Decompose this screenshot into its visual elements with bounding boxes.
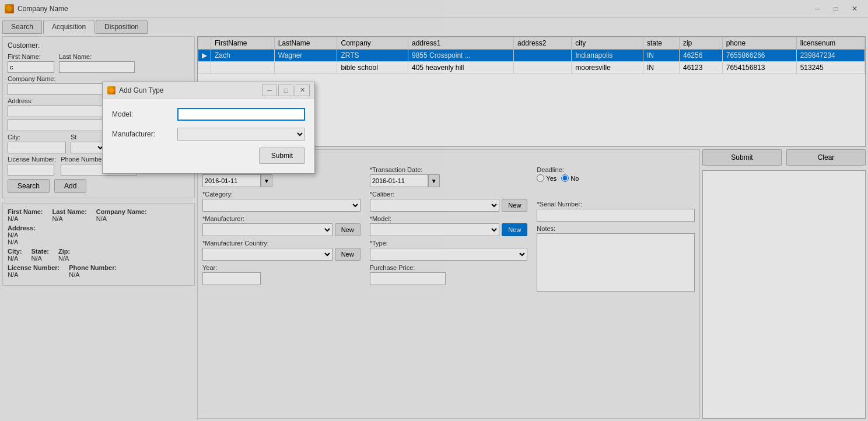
cell-address1: 405 heavenly hill [408, 62, 514, 74]
new-model-btn[interactable]: New [502, 223, 527, 236]
info-zip-label: Zip: [58, 248, 70, 255]
city-label: City: [8, 134, 66, 141]
col-address2: address2 [514, 37, 572, 50]
tab-acquisition[interactable]: Acquisition [43, 20, 94, 34]
modal-title: Add Gun Type [119, 86, 164, 94]
city-input[interactable] [8, 142, 66, 153]
notes-textarea[interactable] [537, 233, 695, 292]
col-firstname: FirstName [211, 37, 275, 50]
manufacturer-country-select[interactable] [202, 248, 332, 261]
state-field: St IN IL [71, 134, 106, 153]
cell-zip: 46123 [679, 62, 722, 74]
license-field: License Number: [8, 156, 56, 176]
info-city-label: City: [8, 248, 22, 255]
col-state: state [643, 37, 679, 50]
serial-number-input[interactable] [537, 209, 695, 222]
info-address1-value: N/A [8, 231, 190, 238]
modal-model-row: Model: [112, 108, 305, 121]
license-input[interactable] [8, 164, 54, 176]
search-button[interactable]: Search [8, 179, 50, 193]
deadline-radio-group: Yes No [537, 174, 695, 182]
info-address2-value: N/A [8, 238, 190, 245]
info-city: City: N/A [8, 248, 22, 262]
manufacturer-country-label: *Manufacturer Country: [202, 240, 360, 247]
cell-phone: 7654156813 [722, 62, 796, 74]
action-buttons: Submit Clear [702, 149, 866, 166]
acquired-input[interactable] [202, 174, 261, 187]
info-state-label: State: [31, 248, 49, 255]
caliber-field: *Caliber: New [370, 191, 528, 212]
info-city-row: City: N/A State: N/A Zip: N/A [8, 248, 190, 262]
manufacturer-field: *Manufacturer: New [202, 215, 360, 236]
app-title: Company Name [18, 5, 68, 13]
right-notes-area[interactable] [702, 170, 866, 419]
purchase-price-field: Purchase Price: [370, 264, 528, 285]
col-company: Company [337, 37, 408, 50]
new-country-btn[interactable]: New [335, 248, 360, 261]
transaction-date-wrapper: ▼ [370, 174, 528, 187]
modal-submit-btn[interactable]: Submit [259, 148, 305, 164]
modal-titlebar-left: 🔶 Add Gun Type [107, 86, 164, 94]
table-row[interactable]: bible school 405 heavenly hill mooresvil… [198, 62, 865, 74]
firearm-section: Firearm *Acquired: ▼ [197, 149, 700, 419]
info-zip: Zip: N/A [58, 248, 70, 262]
cell-licensenum: 513245 [796, 62, 864, 74]
transaction-date-input[interactable] [370, 174, 428, 187]
state-select[interactable]: IN IL [71, 142, 106, 153]
firearm-submit-btn[interactable]: Submit [702, 149, 782, 166]
last-name-field: Last Name: [59, 53, 135, 73]
deadline-yes-radio[interactable] [537, 174, 544, 182]
firearm-clear-btn[interactable]: Clear [786, 149, 866, 166]
cell-company: bible school [337, 62, 408, 74]
app-icon: 🔶 [5, 4, 14, 13]
bottom-row: Firearm *Acquired: ▼ [197, 149, 866, 419]
info-state-value: N/A [31, 255, 49, 262]
year-input[interactable] [202, 272, 261, 285]
tab-disposition[interactable]: Disposition [96, 20, 148, 34]
notes-label: Notes: [537, 225, 695, 232]
modal-manufacturer-select[interactable] [177, 128, 305, 141]
firearm-col-1: *Acquired: ▼ *Category: [202, 166, 360, 292]
category-select[interactable] [202, 199, 360, 212]
maximize-button[interactable]: □ [827, 2, 845, 15]
modal-maximize-btn[interactable]: □ [278, 85, 293, 96]
type-label: *Type: [370, 240, 528, 247]
info-license-label: License Number: [8, 264, 60, 271]
cell-state: IN [643, 62, 679, 74]
cell-city: Indianapolis [572, 50, 643, 62]
col-zip: zip [679, 37, 722, 50]
caliber-select[interactable] [370, 199, 500, 212]
purchase-price-input[interactable] [370, 272, 446, 285]
modal-model-input[interactable] [177, 108, 305, 121]
first-name-input[interactable] [8, 61, 54, 73]
col-licensenum: licensenum [796, 37, 864, 50]
year-label: Year: [202, 264, 360, 271]
info-last-name: Last Name: N/A [52, 208, 87, 222]
info-first-name-label: First Name: [8, 208, 43, 215]
modal-minimize-btn[interactable]: ─ [262, 85, 277, 96]
year-field: Year: [202, 264, 360, 285]
new-caliber-btn[interactable]: New [502, 199, 527, 212]
info-phone-value: N/A [69, 271, 117, 278]
add-button[interactable]: Add [54, 179, 86, 193]
info-company-name: Company Name: N/A [96, 208, 147, 222]
transaction-date-btn[interactable]: ▼ [428, 174, 440, 187]
minimize-button[interactable]: ─ [808, 2, 826, 15]
info-first-name-value: N/A [8, 215, 43, 222]
table-row[interactable]: ▶ Zach Wagner ZRTS 9855 Crosspoint ... I… [198, 50, 865, 62]
tab-search[interactable]: Search [2, 20, 42, 34]
model-select[interactable] [370, 223, 500, 236]
last-name-input[interactable] [59, 61, 135, 73]
manufacturer-select[interactable] [202, 223, 332, 236]
info-phone: Phone Number: N/A [69, 264, 117, 278]
modal-close-btn[interactable]: ✕ [295, 85, 310, 96]
acquired-date-btn[interactable]: ▼ [261, 174, 272, 187]
main-content: Search Acquisition Disposition Customer:… [0, 17, 868, 421]
titlebar: 🔶 Company Name ─ □ ✕ [0, 0, 868, 17]
deadline-no-radio[interactable] [561, 174, 569, 182]
new-manufacturer-btn[interactable]: New [335, 223, 360, 236]
cell-state: IN [643, 50, 679, 62]
type-select[interactable] [370, 248, 528, 261]
modal-buttons: Submit [112, 148, 305, 164]
close-button[interactable]: ✕ [846, 2, 863, 15]
